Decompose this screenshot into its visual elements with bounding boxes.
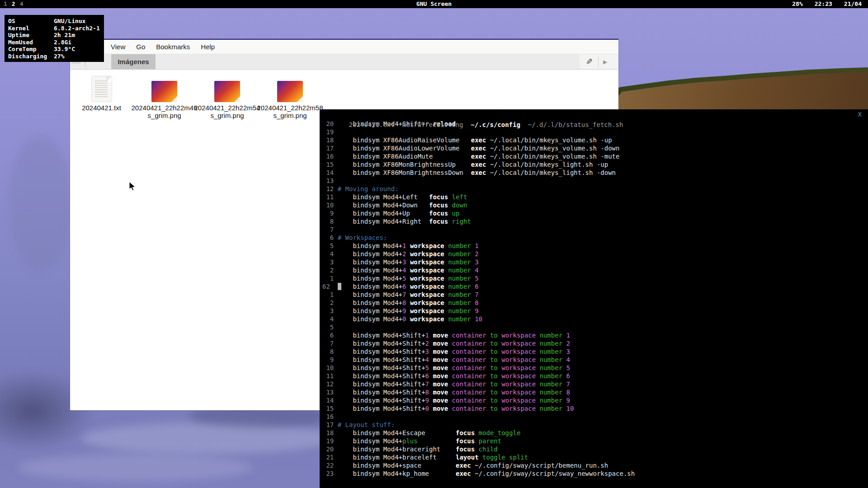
terminal-line: 8 bindsym Mod4+Shift+3 move container to…	[322, 347, 868, 356]
terminal-line: 22 bindsym Mod4+space exec ~/.config/swa…	[322, 461, 868, 469]
file-item[interactable]: 20240421.txt	[70, 75, 133, 119]
tab-scroll-right-icon[interactable]: ▶	[603, 59, 607, 65]
sysinfo-row: CoreTemp33.9°C	[5, 46, 104, 53]
terminal-line: 14 bindsym XF86MonBrightnessDown exec ~/…	[322, 169, 868, 177]
terminal-line: 18 bindsym Mod4+Escape focus mode_toggle	[322, 429, 868, 437]
editor-buffer[interactable]: 20 bindsym Mod4+Shift+r reload 19 18 bin…	[320, 120, 868, 478]
terminal-line: 21 bindsym Mod4+braceleft layout toggle …	[322, 453, 868, 461]
tabbar-right-controls: ✎ ▶	[580, 54, 618, 69]
terminal-line: 1 bindsym Mod4+7 workspace number 7	[322, 291, 868, 299]
vim-tab-close-button[interactable]: X	[858, 109, 862, 120]
terminal-line: 16	[322, 413, 868, 421]
vim-tab[interactable]: 20240421.txt	[349, 121, 395, 128]
terminal-line: 10 bindsym Mod4+Shift+5 move container t…	[322, 364, 868, 372]
terminal-line: 12 bindsym Mod4+Shift+7 move container t…	[322, 380, 868, 388]
terminal-line: 15 bindsym XF86MonBrightnessUp exec ~/.l…	[322, 160, 868, 169]
tab-imagenes[interactable]: Imágenes	[111, 54, 156, 69]
sysinfo-row: Kernel6.8.2-arch2-1	[5, 25, 104, 32]
terminal-line: 2 bindsym Mod4+4 workspace number 4	[322, 266, 868, 274]
menu-item-bookmarks[interactable]: Bookmarks	[151, 41, 195, 52]
terminal-line: 9 bindsym Mod4+Shift+4 move container to…	[322, 356, 868, 364]
clock: 22:23	[815, 0, 832, 8]
image-thumbnail-icon	[151, 75, 177, 102]
vim-tabline: 20240421.txt NetrwTreeListing ~/.c/s/con…	[320, 109, 868, 120]
screen-status-bar: 124 GNU Screen 28% 22:23 21/04	[0, 0, 868, 8]
wallpaper-water-streak	[18, 454, 253, 481]
terminal-line: 3 bindsym Mod4+9 workspace number 9	[322, 307, 868, 315]
mouse-cursor	[129, 182, 136, 192]
terminal-line: 11 bindsym Mod4+Shift+6 move container t…	[322, 372, 868, 380]
wallpaper-water-streak	[81, 422, 335, 454]
terminal-line: 17 bindsym XF86AudioLowerVolume exec ~/.…	[322, 144, 868, 152]
terminal-line: 11 bindsym Mod4+Left focus left	[322, 193, 868, 201]
terminal-line: 62 bindsym Mod4+6 workspace number 6	[322, 282, 868, 291]
terminal-line: 17 # Layout stuff:	[322, 421, 868, 429]
tabbar-divider	[598, 56, 599, 67]
terminal-line: 16 bindsym XF86AudioMute exec ~/.local/b…	[322, 152, 868, 160]
terminal-line: 5 bindsym Mod4+1 workspace number 1	[322, 242, 868, 250]
menu-item-go[interactable]: Go	[131, 41, 151, 52]
terminal-line: 23 bindsym Mod4+kp_home exec ~/.config/s…	[322, 469, 868, 478]
sysinfo-row: MemUsed2.8Gi	[5, 39, 104, 46]
file-name: 20240421_22h22m46s_grim.png	[132, 104, 198, 119]
terminal-window[interactable]: 20240421.txt NetrwTreeListing ~/.c/s/con…	[320, 109, 868, 488]
file-item[interactable]: 20240421_22h22m46s_grim.png	[133, 75, 196, 119]
terminal-line: 6 # Workspaces:	[322, 234, 868, 242]
terminal-line: 5	[322, 323, 868, 331]
terminal-line: 10 bindsym Mod4+Down focus down	[322, 201, 868, 209]
file-name: 20240421.txt	[82, 104, 121, 112]
terminal-line: 15 bindsym Mod4+Shift+0 move container t…	[322, 404, 868, 413]
terminal-line: 14 bindsym Mod4+Shift+9 move container t…	[322, 396, 868, 404]
screen-title: GNU Screen	[0, 0, 868, 8]
terminal-line: 9 bindsym Mod4+Up focus up	[322, 209, 868, 217]
terminal-line: 20 bindsym Mod4+braceright focus child	[322, 445, 868, 453]
terminal-line: 13 bindsym Mod4+Shift+8 move container t…	[322, 388, 868, 396]
terminal-line: 18 bindsym XF86AudioRaiseVolume exec ~/.…	[322, 136, 868, 144]
wallpaper-water-streak	[9, 136, 72, 271]
menu-item-view[interactable]: View	[105, 41, 131, 52]
edit-path-icon[interactable]: ✎	[586, 57, 593, 67]
terminal-line: 3 bindsym Mod4+3 workspace number 3	[322, 258, 868, 266]
date: 21/04	[844, 0, 862, 8]
sysinfo-row: Uptime2h 21m	[5, 32, 104, 39]
file-name: 20240421_22h22m58s_grim.png	[257, 104, 323, 119]
terminal-line: 6 bindsym Mod4+Shift+1 move container to…	[322, 331, 868, 339]
vim-tab[interactable]: NetrwTreeListing	[402, 121, 463, 128]
terminal-line: 12 # Moving around:	[322, 185, 868, 193]
terminal-line: 1 bindsym Mod4+5 workspace number 5	[322, 274, 868, 282]
text-file-icon	[91, 75, 112, 102]
status-right: 28% 22:23 21/04	[792, 0, 868, 8]
file-name: 20240421_22h22m54s_grim.png	[194, 104, 260, 119]
vim-command-line: :tabprevious 62,1 36%	[320, 478, 868, 488]
file-manager-tabbar: Imágenes ✎ ▶	[70, 54, 618, 70]
battery-percent: 28%	[792, 0, 802, 8]
terminal-line: 7 bindsym Mod4+Shift+2 move container to…	[322, 339, 868, 347]
menu-item-help[interactable]: Help	[195, 41, 220, 52]
terminal-line: 4 bindsym Mod4+2 workspace number 2	[322, 250, 868, 258]
sysinfo-row: OSGNU/Linux	[5, 18, 104, 25]
terminal-line: 7	[322, 225, 868, 234]
terminal-line: 8 bindsym Mod4+Right focus right	[322, 217, 868, 225]
terminal-line: 4 bindsym Mod4+0 workspace number 10	[322, 315, 868, 323]
sysinfo-row: Discharging27%	[5, 53, 104, 60]
system-info-overlay: OSGNU/LinuxKernel6.8.2-arch2-1Uptime2h 2…	[5, 15, 104, 62]
vim-tab[interactable]: ~/.d/.l/b/status_fetch.sh	[528, 121, 623, 128]
file-manager-menubar: ViewGoBookmarksHelp	[70, 40, 618, 54]
terminal-line: 19 bindsym Mod4+plus focus parent	[322, 437, 868, 445]
file-item[interactable]: 20240421_22h22m58s_grim.png	[259, 75, 321, 119]
image-thumbnail-icon	[214, 75, 240, 102]
vim-tab-active[interactable]: ~/.c/s/config	[471, 121, 520, 128]
file-item[interactable]: 20240421_22h22m54s_grim.png	[196, 75, 259, 119]
image-thumbnail-icon	[277, 75, 303, 102]
terminal-line: 13	[322, 177, 868, 185]
terminal-line: 2 bindsym Mod4+8 workspace number 8	[322, 299, 868, 307]
